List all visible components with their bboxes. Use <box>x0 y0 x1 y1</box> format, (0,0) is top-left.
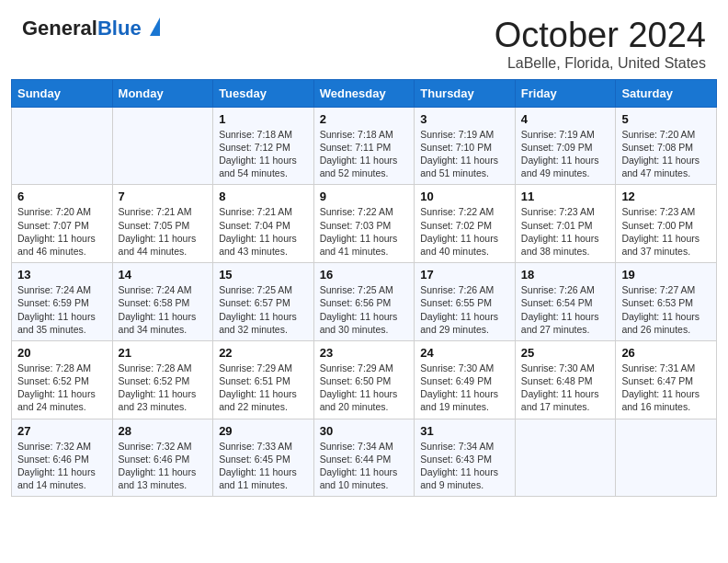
day-detail: Sunrise: 7:25 AM Sunset: 6:56 PM Dayligh… <box>320 283 409 336</box>
calendar-cell: 2Sunrise: 7:18 AM Sunset: 7:11 PM Daylig… <box>313 107 415 185</box>
calendar-cell <box>515 419 616 497</box>
day-detail: Sunrise: 7:34 AM Sunset: 6:44 PM Dayligh… <box>320 440 409 492</box>
calendar-cell: 21Sunrise: 7:28 AM Sunset: 6:52 PM Dayli… <box>112 340 213 419</box>
calendar-day-header: Saturday <box>616 79 717 107</box>
day-number: 27 <box>17 424 107 438</box>
calendar-cell <box>616 419 717 497</box>
day-detail: Sunrise: 7:21 AM Sunset: 7:04 PM Dayligh… <box>219 205 308 258</box>
calendar-cell: 3Sunrise: 7:19 AM Sunset: 7:10 PM Daylig… <box>415 107 516 185</box>
calendar-cell: 13Sunrise: 7:24 AM Sunset: 6:59 PM Dayli… <box>12 263 113 341</box>
day-detail: Sunrise: 7:29 AM Sunset: 6:50 PM Dayligh… <box>320 362 409 414</box>
calendar-cell: 20Sunrise: 7:28 AM Sunset: 6:52 PM Dayli… <box>12 340 113 419</box>
calendar-table: SundayMondayTuesdayWednesdayThursdayFrid… <box>11 79 717 497</box>
day-number: 8 <box>219 190 308 203</box>
calendar-cell: 7Sunrise: 7:21 AM Sunset: 7:05 PM Daylig… <box>112 185 213 263</box>
day-number: 10 <box>420 190 509 203</box>
calendar-day-header: Wednesday <box>313 79 415 107</box>
day-detail: Sunrise: 7:28 AM Sunset: 6:52 PM Dayligh… <box>17 362 107 414</box>
calendar-cell: 23Sunrise: 7:29 AM Sunset: 6:50 PM Dayli… <box>313 340 415 419</box>
calendar-cell: 10Sunrise: 7:22 AM Sunset: 7:02 PM Dayli… <box>415 185 516 263</box>
calendar-cell: 12Sunrise: 7:23 AM Sunset: 7:00 PM Dayli… <box>616 185 717 263</box>
calendar-wrapper: SundayMondayTuesdayWednesdayThursdayFrid… <box>0 79 728 508</box>
day-number: 2 <box>320 112 409 126</box>
day-number: 30 <box>320 424 409 438</box>
calendar-cell: 24Sunrise: 7:30 AM Sunset: 6:49 PM Dayli… <box>415 340 516 419</box>
calendar-cell: 18Sunrise: 7:26 AM Sunset: 6:54 PM Dayli… <box>515 263 616 341</box>
calendar-cell: 29Sunrise: 7:33 AM Sunset: 6:45 PM Dayli… <box>213 419 314 497</box>
day-detail: Sunrise: 7:21 AM Sunset: 7:05 PM Dayligh… <box>119 205 208 258</box>
calendar-day-header: Tuesday <box>213 79 314 107</box>
day-number: 14 <box>119 268 208 282</box>
day-number: 5 <box>621 112 711 126</box>
day-detail: Sunrise: 7:24 AM Sunset: 6:59 PM Dayligh… <box>17 283 107 336</box>
logo-arrow-icon <box>150 17 160 36</box>
day-number: 1 <box>219 112 308 126</box>
day-number: 11 <box>521 190 610 203</box>
day-detail: Sunrise: 7:18 AM Sunset: 7:11 PM Dayligh… <box>320 128 409 180</box>
day-number: 6 <box>17 190 107 203</box>
calendar-cell: 30Sunrise: 7:34 AM Sunset: 6:44 PM Dayli… <box>313 419 415 497</box>
day-number: 31 <box>420 424 509 438</box>
day-number: 13 <box>17 268 107 282</box>
day-detail: Sunrise: 7:33 AM Sunset: 6:45 PM Dayligh… <box>219 440 308 492</box>
day-number: 24 <box>420 346 509 360</box>
calendar-day-header: Monday <box>112 79 213 107</box>
logo-blue: Blue <box>97 17 142 40</box>
calendar-cell: 4Sunrise: 7:19 AM Sunset: 7:09 PM Daylig… <box>515 107 616 185</box>
day-number: 7 <box>119 190 208 203</box>
day-number: 28 <box>119 424 208 438</box>
calendar-day-header: Thursday <box>415 79 516 107</box>
calendar-cell: 6Sunrise: 7:20 AM Sunset: 7:07 PM Daylig… <box>12 185 113 263</box>
calendar-cell: 1Sunrise: 7:18 AM Sunset: 7:12 PM Daylig… <box>213 107 314 185</box>
calendar-week-row: 13Sunrise: 7:24 AM Sunset: 6:59 PM Dayli… <box>12 263 717 341</box>
day-number: 21 <box>119 346 208 360</box>
calendar-week-row: 1Sunrise: 7:18 AM Sunset: 7:12 PM Daylig… <box>12 107 717 185</box>
day-number: 9 <box>320 190 409 203</box>
day-number: 22 <box>219 346 308 360</box>
day-number: 18 <box>521 268 610 282</box>
day-detail: Sunrise: 7:20 AM Sunset: 7:08 PM Dayligh… <box>621 128 711 180</box>
calendar-cell: 14Sunrise: 7:24 AM Sunset: 6:58 PM Dayli… <box>112 263 213 341</box>
calendar-cell: 8Sunrise: 7:21 AM Sunset: 7:04 PM Daylig… <box>213 185 314 263</box>
day-detail: Sunrise: 7:32 AM Sunset: 6:46 PM Dayligh… <box>119 440 208 492</box>
calendar-week-row: 20Sunrise: 7:28 AM Sunset: 6:52 PM Dayli… <box>12 340 717 419</box>
day-detail: Sunrise: 7:32 AM Sunset: 6:46 PM Dayligh… <box>17 440 107 492</box>
day-number: 15 <box>219 268 308 282</box>
day-detail: Sunrise: 7:20 AM Sunset: 7:07 PM Dayligh… <box>17 205 107 258</box>
day-detail: Sunrise: 7:31 AM Sunset: 6:47 PM Dayligh… <box>621 362 711 414</box>
day-detail: Sunrise: 7:23 AM Sunset: 7:01 PM Dayligh… <box>521 205 610 258</box>
day-detail: Sunrise: 7:27 AM Sunset: 6:53 PM Dayligh… <box>621 283 711 336</box>
day-number: 4 <box>521 112 610 126</box>
day-number: 17 <box>420 268 509 282</box>
calendar-cell: 25Sunrise: 7:30 AM Sunset: 6:48 PM Dayli… <box>515 340 616 419</box>
day-detail: Sunrise: 7:30 AM Sunset: 6:49 PM Dayligh… <box>420 362 509 414</box>
day-number: 23 <box>320 346 409 360</box>
day-detail: Sunrise: 7:28 AM Sunset: 6:52 PM Dayligh… <box>119 362 208 414</box>
page-container: GeneralBlue October 2024 LaBelle, Florid… <box>0 0 728 508</box>
calendar-cell: 26Sunrise: 7:31 AM Sunset: 6:47 PM Dayli… <box>616 340 717 419</box>
calendar-cell: 28Sunrise: 7:32 AM Sunset: 6:46 PM Dayli… <box>112 419 213 497</box>
calendar-week-row: 27Sunrise: 7:32 AM Sunset: 6:46 PM Dayli… <box>12 419 717 497</box>
day-detail: Sunrise: 7:22 AM Sunset: 7:03 PM Dayligh… <box>320 205 409 258</box>
day-detail: Sunrise: 7:30 AM Sunset: 6:48 PM Dayligh… <box>521 362 610 414</box>
calendar-cell: 19Sunrise: 7:27 AM Sunset: 6:53 PM Dayli… <box>616 263 717 341</box>
day-detail: Sunrise: 7:19 AM Sunset: 7:09 PM Dayligh… <box>521 128 610 180</box>
day-number: 20 <box>17 346 107 360</box>
page-title: October 2024 <box>495 17 706 55</box>
calendar-day-header: Sunday <box>12 79 113 107</box>
day-detail: Sunrise: 7:25 AM Sunset: 6:57 PM Dayligh… <box>219 283 308 336</box>
title-block: October 2024 LaBelle, Florida, United St… <box>495 17 706 72</box>
day-detail: Sunrise: 7:18 AM Sunset: 7:12 PM Dayligh… <box>219 128 308 180</box>
day-number: 29 <box>219 424 308 438</box>
day-detail: Sunrise: 7:29 AM Sunset: 6:51 PM Dayligh… <box>219 362 308 414</box>
day-detail: Sunrise: 7:24 AM Sunset: 6:58 PM Dayligh… <box>119 283 208 336</box>
day-number: 25 <box>521 346 610 360</box>
calendar-cell: 27Sunrise: 7:32 AM Sunset: 6:46 PM Dayli… <box>12 419 113 497</box>
day-number: 12 <box>621 190 711 203</box>
day-detail: Sunrise: 7:26 AM Sunset: 6:55 PM Dayligh… <box>420 283 509 336</box>
calendar-cell: 31Sunrise: 7:34 AM Sunset: 6:43 PM Dayli… <box>415 419 516 497</box>
day-detail: Sunrise: 7:34 AM Sunset: 6:43 PM Dayligh… <box>420 440 509 492</box>
calendar-day-header: Friday <box>515 79 616 107</box>
header: GeneralBlue October 2024 LaBelle, Florid… <box>0 0 728 79</box>
calendar-cell: 5Sunrise: 7:20 AM Sunset: 7:08 PM Daylig… <box>616 107 717 185</box>
